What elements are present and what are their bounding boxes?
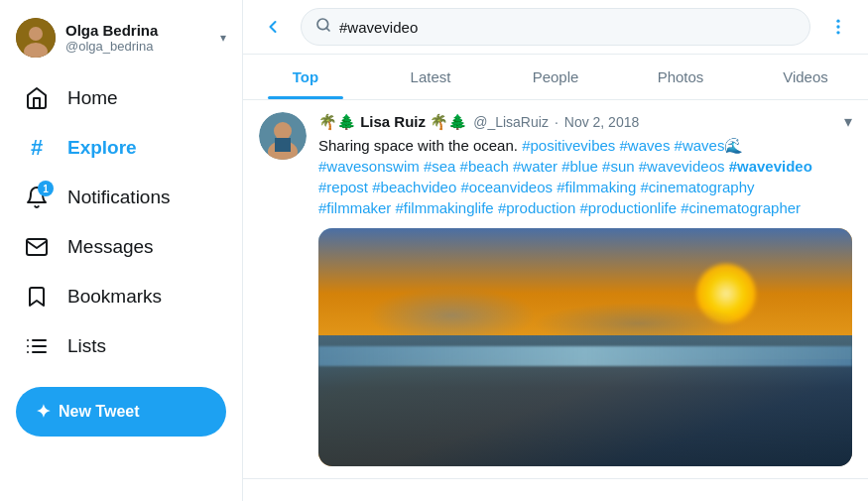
messages-icon [24,234,50,260]
svg-point-1 [29,27,43,41]
sidebar-item-label-notifications: Notifications [67,187,171,208]
tweet-media-image [318,228,852,466]
new-tweet-label: New Tweet [59,403,140,421]
tab-latest[interactable]: Latest [368,55,493,99]
sidebar-nav: Home # Explore 1 Notifications [0,73,242,371]
search-tabs: Top Latest People Photos Videos [243,55,868,100]
tweet-hashtag-blue[interactable]: #blue [561,158,602,175]
tweet-author-name: 🌴🌲 Lisa Ruiz 🌴🌲 [318,113,467,131]
svg-rect-17 [275,138,291,152]
tab-top[interactable]: Top [243,55,368,99]
tweet-hashtag-sea[interactable]: #sea [424,158,460,175]
tweet-hashtag-positivevibes[interactable]: #positivevibes [522,137,619,154]
tweet-hashtag-waves1[interactable]: #waves [620,137,675,154]
tweet-timestamp: Nov 2, 2018 [564,114,640,130]
tweet-hashtag-productionlife[interactable]: #productionlife [579,199,681,216]
tweet-hashtag-filmmaker[interactable]: #filmmaker [318,199,396,216]
sidebar-item-bookmarks[interactable]: Bookmarks [8,272,234,321]
tab-photos[interactable]: Photos [618,55,743,99]
top-bar: #wavevideo [243,0,868,55]
tweet-hashtag-wavesonswim[interactable]: #wavesonswim [318,158,424,175]
sidebar-item-home[interactable]: Home [8,73,234,123]
lists-icon [24,333,50,359]
tweet-list: 🌴🌲 Lisa Ruiz 🌴🌲 @_LisaRuiz · Nov 2, 2018… [243,100,868,501]
new-tweet-icon: ✦ [36,401,51,423]
tweet-author-handle: @_LisaRuiz [473,114,549,130]
sidebar-item-notifications[interactable]: 1 Notifications [8,173,234,222]
sidebar-item-label-lists: Lists [67,335,106,357]
main-content: #wavevideo Top Latest People Photos Vide… [243,0,868,501]
tweet-hashtag-filmmaking[interactable]: #filmmaking [557,179,640,195]
search-query[interactable]: #wavevideo [339,19,796,36]
profile-section[interactable]: Olga Bedrina @olga_bedrina ▾ [0,10,242,73]
tweet-text-plain: Sharing space with the ocean. [318,137,522,154]
tweet-hashtag-wavevideos[interactable]: #wavevideos [639,158,729,175]
avatar-image [16,18,56,58]
tweet-hashtag-repost[interactable]: #repost [318,179,372,195]
chevron-down-icon[interactable]: ▾ [220,31,226,45]
tweet-text: Sharing space with the ocean. #positivev… [318,135,852,218]
tweet-hashtag-filmmakinglife[interactable]: #filmmakinglife [396,199,498,216]
new-tweet-button[interactable]: ✦ New Tweet [16,387,226,437]
avatar [16,18,56,58]
more-options-button[interactable] [820,9,856,45]
sidebar-item-label-home: Home [67,87,118,109]
svg-line-10 [326,28,329,31]
tweet-hashtag-oceanvideos[interactable]: #oceanvideos [460,179,557,195]
tweet-body: 🌴🌲 Lisa Ruiz 🌴🌲 @_LisaRuiz · Nov 2, 2018… [318,112,852,466]
tweet-separator: · [555,114,558,130]
sidebar: Olga Bedrina @olga_bedrina ▾ Home # Expl… [0,0,243,501]
sidebar-item-lists[interactable]: Lists [8,321,234,371]
sidebar-item-label-explore: Explore [67,137,137,159]
sidebar-item-messages[interactable]: Messages [8,222,234,272]
search-bar[interactable]: #wavevideo [301,8,810,46]
tweet-hashtag-sun[interactable]: #sun [602,158,639,175]
svg-point-15 [274,122,292,140]
tweet-hashtag-production[interactable]: #production [498,199,580,216]
profile-name: Olga Bedrina [65,22,210,39]
tweet-hashtag-beachvideo[interactable]: #beachvideo [372,179,460,195]
tweet-hashtag-wavevideo[interactable]: #wavevideo [729,158,812,175]
tweet-expand-button[interactable]: ▾ [844,112,852,131]
back-button[interactable] [255,9,291,45]
sidebar-item-label-messages: Messages [67,236,154,258]
profile-info: Olga Bedrina @olga_bedrina [65,22,210,54]
tweet-hashtag-beach[interactable]: #beach [460,158,513,175]
profile-handle: @olga_bedrina [65,39,210,54]
tweet-hashtag-cinematography[interactable]: #cinematography [640,179,754,195]
svg-point-13 [836,31,839,34]
search-icon [315,17,331,37]
bookmarks-icon [24,284,50,310]
tweet-avatar [259,112,307,160]
tweet-hashtag-water[interactable]: #water [513,158,561,175]
svg-point-11 [836,20,839,23]
tab-videos[interactable]: Videos [743,55,868,99]
notification-badge: 1 [38,181,54,196]
sidebar-item-label-bookmarks: Bookmarks [67,286,162,308]
tweet-hashtag-cinematographer[interactable]: #cinematographer [681,199,801,216]
media-waves-layer [318,346,852,366]
tweet-item: 🌴🌲 Lisa Ruiz 🌴🌲 @_LisaRuiz · Nov 2, 2018… [243,100,868,479]
tweet-header: 🌴🌲 Lisa Ruiz 🌴🌲 @_LisaRuiz · Nov 2, 2018… [318,112,852,131]
explore-icon: # [24,135,50,161]
tweet-hashtag-waves2[interactable]: #waves🌊 [675,137,744,154]
svg-point-12 [836,25,839,28]
tab-people[interactable]: People [493,55,618,99]
sidebar-item-explore[interactable]: # Explore [8,123,234,173]
home-icon [24,85,50,111]
